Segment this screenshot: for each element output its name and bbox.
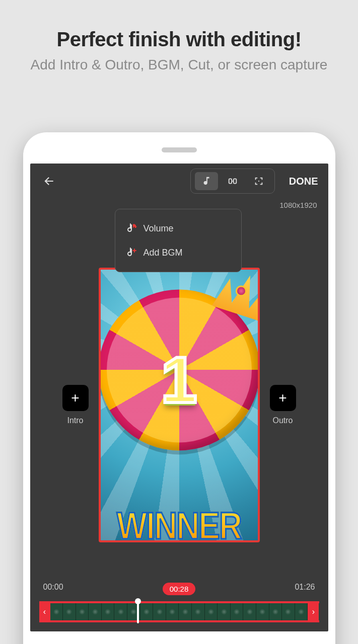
preview-banner-text: WINNER xyxy=(101,503,258,542)
back-arrow-icon xyxy=(42,175,55,188)
toolbar-pills xyxy=(190,169,275,194)
timeline-frame xyxy=(282,603,295,620)
timeline-frame xyxy=(269,603,282,620)
svg-rect-1 xyxy=(234,179,237,183)
timeline-frame xyxy=(218,603,231,620)
timeline-frame xyxy=(295,603,308,620)
phone-frame: DONE 1080x1920 Volume Add BGM + xyxy=(23,132,335,644)
plus-icon: + xyxy=(71,390,79,406)
timeline-frame xyxy=(63,603,76,620)
add-bgm-menu-item[interactable]: Add BGM xyxy=(115,240,241,265)
music-tool-button[interactable] xyxy=(195,172,218,190)
add-bgm-icon xyxy=(125,247,137,259)
timeline-next-button[interactable]: › xyxy=(308,603,319,620)
capture-tool-button[interactable] xyxy=(247,172,270,190)
timeline-frame xyxy=(89,603,102,620)
timeline-frame xyxy=(179,603,192,620)
music-dropdown: Volume Add BGM xyxy=(115,209,242,272)
timeline-frame xyxy=(140,603,154,620)
add-intro-button[interactable]: + xyxy=(62,385,89,411)
timeline-frame xyxy=(153,603,166,620)
timeline-frame xyxy=(231,603,244,620)
timeline-frame xyxy=(166,603,179,620)
end-time: 01:26 xyxy=(295,583,315,595)
add-outro-button[interactable]: + xyxy=(270,385,296,411)
preview-number: 1 xyxy=(161,342,197,418)
chevron-right-icon: › xyxy=(312,607,315,616)
plus-icon: + xyxy=(278,390,287,406)
crop-tool-button[interactable] xyxy=(221,172,244,190)
music-note-icon xyxy=(201,176,212,187)
timeline-frame xyxy=(76,603,89,620)
timeline-frame xyxy=(205,603,218,620)
add-bgm-menu-label: Add BGM xyxy=(144,248,183,258)
volume-menu-item[interactable]: Volume xyxy=(115,216,241,240)
volume-menu-label: Volume xyxy=(144,223,174,234)
svg-rect-2 xyxy=(232,181,233,182)
intro-label: Intro xyxy=(67,416,83,425)
preview-gem xyxy=(236,286,247,297)
back-button[interactable] xyxy=(40,173,57,190)
outro-label: Outro xyxy=(272,416,293,425)
promo-subtitle: Add Intro & Outro, BGM, Cut, or screen c… xyxy=(15,56,343,74)
timeline[interactable]: ‹ › xyxy=(39,601,319,622)
current-time-badge: 00:28 xyxy=(163,583,196,595)
editor-screen: DONE 1080x1920 Volume Add BGM + xyxy=(30,164,328,631)
done-button[interactable]: DONE xyxy=(289,176,318,187)
timeline-frame xyxy=(114,603,127,620)
timeline-frame xyxy=(192,603,205,620)
timeline-prev-button[interactable]: ‹ xyxy=(39,603,50,620)
timeline-frame xyxy=(256,603,269,620)
chevron-left-icon: ‹ xyxy=(43,607,46,616)
phone-speaker xyxy=(162,147,197,152)
timeline-frame xyxy=(243,603,256,620)
video-preview[interactable]: 1 WINNER xyxy=(99,268,260,542)
timeline-playhead[interactable] xyxy=(137,600,139,623)
volume-icon xyxy=(125,222,137,234)
promo-title: Perfect finish with editing! xyxy=(15,28,343,51)
timeline-frame xyxy=(102,603,115,620)
crop-icon xyxy=(227,176,238,187)
timeline-frame xyxy=(50,603,63,620)
focus-icon xyxy=(253,176,264,187)
start-time: 00:00 xyxy=(43,583,63,595)
